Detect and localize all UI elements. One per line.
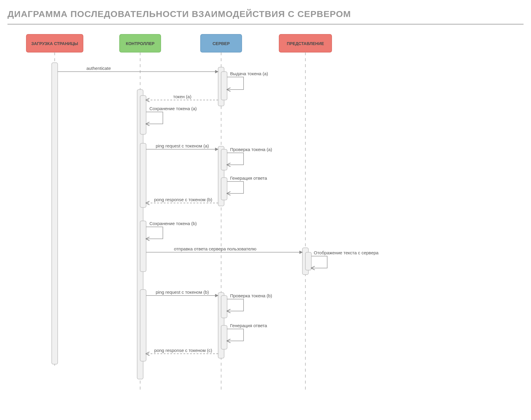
actor-server: СЕРВЕР (201, 34, 242, 52)
msg-token-issue (227, 77, 244, 90)
msg-save-token-b-label: Сохранение токена (b) (149, 221, 197, 226)
svg-text:СЕРВЕР: СЕРВЕР (212, 41, 230, 46)
msg-ping-b-label: ping request с токеном (b) (156, 290, 209, 295)
activation-controller-inner-2 (140, 143, 146, 207)
actor-view: ПРЕДСТАВЛЕНИЕ (279, 34, 332, 52)
activation-controller-inner-1 (140, 96, 146, 134)
msg-pong-b-label: pong response с токеном (b) (154, 197, 212, 202)
msg-save-token-a (146, 112, 163, 124)
msg-token-a-label: токен (a) (173, 94, 192, 99)
msg-token-issue-label: Выдача токена (a) (230, 71, 268, 76)
msg-check-b-label: Проверка токена (b) (230, 293, 272, 298)
activation-server-2b (221, 178, 227, 200)
activation-view-inner (305, 252, 311, 270)
svg-text:КОНТРОЛЛЕР: КОНТРОЛЛЕР (126, 41, 154, 46)
svg-text:ПРЕДСТАВЛЕНИЕ: ПРЕДСТАВЛЕНИЕ (287, 41, 324, 46)
msg-check-a-label: Проверка токена (a) (230, 147, 272, 152)
msg-display-label: Отображение текста с сервера (314, 250, 379, 255)
msg-gen-2-label: Генерация ответа (230, 323, 267, 328)
msg-ping-a-label: ping request с токеном (a) (156, 143, 209, 148)
sequence-diagram: ЗАГРУЗКА СТРАНИЦЫ КОНТРОЛЛЕР СЕРВЕР ПРЕД… (0, 0, 531, 420)
msg-authenticate-label: authenticate (86, 66, 111, 71)
msg-check-b (227, 299, 244, 311)
activation-controller-inner-4 (140, 290, 146, 361)
activation-page (52, 63, 58, 364)
msg-send-to-view-label: отправка ответа сервера пользователю (174, 246, 256, 251)
msg-display (311, 256, 327, 268)
msg-check-a (227, 153, 244, 165)
activation-server-3b (221, 325, 227, 349)
msg-gen-2 (227, 329, 244, 341)
actor-page-load: ЗАГРУЗКА СТРАНИЦЫ (26, 34, 83, 52)
activation-server-3a (221, 296, 227, 318)
activation-server-2a (221, 149, 227, 170)
msg-gen-1 (227, 181, 244, 193)
msg-save-token-b (146, 227, 163, 239)
svg-text:ЗАГРУЗКА СТРАНИЦЫ: ЗАГРУЗКА СТРАНИЦЫ (31, 41, 78, 46)
msg-save-token-a-label: Сохранение токена (a) (149, 106, 197, 111)
activation-controller-inner-3 (140, 221, 146, 272)
activation-server-1b (221, 72, 227, 100)
msg-gen-1-label: Генерация ответа (230, 176, 267, 181)
actor-controller: КОНТРОЛЛЕР (120, 34, 161, 52)
msg-pong-c-label: pong response с токеном (c) (154, 348, 212, 353)
